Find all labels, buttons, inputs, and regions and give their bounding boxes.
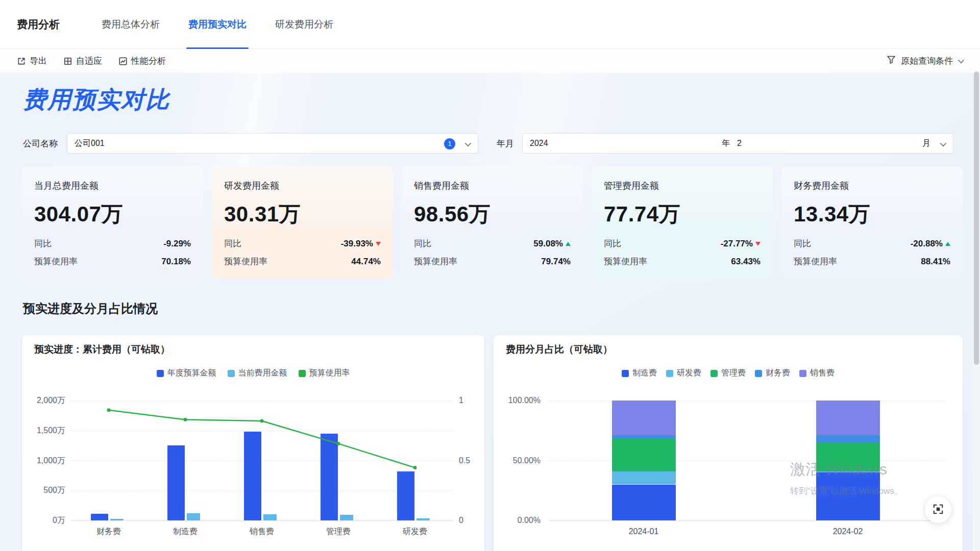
bar-current-销售费[interactable] — [263, 514, 277, 520]
bar-current-管理费[interactable] — [340, 515, 353, 520]
legend-item[interactable]: 当前费用金额 — [228, 368, 287, 379]
month-value: 2 — [737, 134, 742, 153]
legend-item[interactable]: 销售费 — [799, 368, 835, 379]
kpi-card: 当月总费用金额304.07万同比-9.29%预算使用率70.18% — [22, 166, 203, 279]
monthly-share-chart-card: 费用分月占比（可钻取） 制造费研发费管理费财务费销售费 100.00%50.00… — [494, 335, 963, 551]
legend-item[interactable]: 制造费 — [622, 368, 657, 379]
stack-segment-管理费-2024-01[interactable] — [612, 439, 676, 471]
kpi-value: 30.31万 — [224, 200, 381, 229]
bar-budget-财务费[interactable] — [91, 514, 108, 520]
y-axis-tick-label: 500万 — [22, 486, 65, 495]
kpi-budget-row: 预算使用率44.74% — [224, 256, 381, 267]
app-root: 费用分析 费用总体分析费用预实对比研发费用分析 导出 自适应 性能分析 — [0, 0, 980, 551]
legend-label: 制造费 — [632, 368, 657, 379]
x-axis-category-label: 管理费 — [308, 527, 369, 536]
yoy-label: 同比 — [414, 238, 431, 249]
budget-usage-label: 预算使用率 — [414, 256, 457, 267]
legend-swatch — [755, 370, 762, 377]
legend-item[interactable]: 管理费 — [710, 368, 746, 379]
stack-segment-销售费-2024-01[interactable] — [612, 400, 676, 435]
kpi-yoy-row: 同比-39.93% — [224, 238, 381, 249]
fullscreen-button[interactable] — [925, 496, 951, 523]
bar-current-制造费[interactable] — [187, 513, 200, 520]
company-select[interactable]: 公司001 1 — [67, 133, 478, 154]
bar-budget-管理费[interactable] — [321, 434, 338, 520]
adaptive-label: 自适应 — [76, 55, 102, 67]
scrollbar-thumb[interactable] — [974, 71, 979, 365]
kpi-card: 销售费用金额98.56万同比59.08%预算使用率79.74% — [402, 166, 583, 279]
y-axis-tick-label: 50.00% — [494, 456, 541, 465]
yoy-label: 同比 — [794, 238, 811, 249]
stack-segment-财务费-2024-02[interactable] — [816, 435, 880, 442]
month-unit: 月 — [922, 134, 930, 153]
budget-usage-value: 44.74% — [351, 257, 381, 267]
query-conditions-label: 原始查询条件 — [901, 55, 953, 67]
stack-segment-财务费-2024-01[interactable] — [612, 435, 676, 439]
nav-tabs: 费用总体分析费用预实对比研发费用分析 — [60, 0, 333, 49]
legend-label: 当前费用金额 — [238, 368, 287, 379]
y-axis-tick-label: 2,000万 — [22, 396, 65, 405]
bar-budget-制造费[interactable] — [167, 445, 185, 520]
legend-item[interactable]: 财务费 — [755, 368, 790, 379]
tab-rd-expense-analysis[interactable]: 研发费用分析 — [275, 0, 333, 49]
kpi-budget-row: 预算使用率63.43% — [604, 256, 761, 267]
y-axis-right-tick-label: 1 — [459, 396, 463, 405]
budget-usage-label: 预算使用率 — [224, 256, 267, 267]
arrow-down-icon — [755, 242, 761, 246]
arrow-up-icon — [945, 242, 950, 246]
budget-usage-label: 预算使用率 — [604, 256, 647, 267]
bar-budget-研发费[interactable] — [397, 471, 414, 520]
bar-current-财务费[interactable] — [110, 519, 124, 520]
tab-overall-expense-analysis[interactable]: 费用总体分析 — [102, 0, 160, 49]
kpi-budget-row: 预算使用率79.74% — [414, 256, 571, 267]
stack-segment-研发费-2024-02[interactable] — [816, 471, 880, 472]
kpi-value: 13.34万 — [794, 200, 950, 229]
period-select[interactable]: 2024 年 2 月 — [522, 133, 953, 154]
gridline — [70, 461, 453, 461]
legend-label: 管理费 — [721, 368, 746, 379]
x-axis-category-label: 2024-02 — [812, 527, 884, 536]
kpi-yoy-row: 同比-9.29% — [34, 238, 191, 249]
tab-expense-budget-vs-actual[interactable]: 费用预实对比 — [188, 0, 247, 49]
kpi-card-row: 当月总费用金额304.07万同比-9.29%预算使用率70.18%研发费用金额3… — [22, 166, 963, 279]
company-select-value: 公司001 — [75, 134, 105, 153]
legend-label: 销售费 — [810, 368, 835, 379]
stack-segment-销售费-2024-02[interactable] — [816, 400, 880, 435]
kpi-rows: 同比-39.93%预算使用率44.74% — [224, 238, 381, 267]
legend-item[interactable]: 预算使用率 — [299, 368, 350, 379]
funnel-filter-icon — [887, 55, 896, 67]
x-axis-category-label: 研发费 — [384, 527, 446, 536]
stack-segment-制造费-2024-01[interactable] — [612, 485, 676, 521]
gridline — [549, 520, 945, 521]
chart-title: 预实进度：累计费用（可钻取） — [34, 343, 170, 356]
adaptive-button[interactable]: 自适应 — [63, 55, 102, 67]
export-button[interactable]: 导出 — [17, 55, 47, 67]
toolbar-left: 导出 自适应 性能分析 — [17, 55, 166, 67]
query-conditions-button[interactable]: 原始查询条件 — [887, 55, 963, 67]
top-navigation: 费用分析 费用总体分析费用预实对比研发费用分析 — [0, 0, 980, 49]
legend-label: 预算使用率 — [309, 368, 350, 379]
section-title: 预实进度及分月占比情况 — [23, 300, 158, 317]
stack-segment-研发费-2024-01[interactable] — [612, 471, 676, 485]
year-unit: 年 — [722, 134, 730, 153]
legend-item[interactable]: 年度预算金额 — [157, 368, 216, 379]
kpi-title: 销售费用金额 — [414, 180, 571, 192]
yoy-value: -20.88% — [911, 239, 950, 249]
legend-swatch — [299, 370, 306, 377]
chevron-down-icon — [940, 140, 947, 147]
legend-item[interactable]: 研发费 — [666, 368, 701, 379]
chevron-down-icon — [465, 140, 472, 147]
stack-segment-管理费-2024-02[interactable] — [816, 442, 880, 471]
legend-swatch — [799, 370, 806, 377]
chart-legend: 年度预算金额当前费用金额预算使用率 — [22, 368, 484, 379]
stack-segment-制造费-2024-02[interactable] — [816, 472, 880, 520]
yoy-label: 同比 — [604, 238, 621, 249]
bar-current-研发费[interactable] — [416, 518, 430, 520]
performance-button[interactable]: 性能分析 — [118, 55, 166, 67]
gridline — [70, 490, 453, 491]
arrow-down-icon — [376, 242, 381, 246]
budget-usage-value: 88.41% — [921, 257, 950, 267]
chart-legend: 制造费研发费管理费财务费销售费 — [494, 368, 963, 379]
budget-usage-label: 预算使用率 — [34, 256, 78, 267]
bar-budget-销售费[interactable] — [244, 432, 261, 520]
